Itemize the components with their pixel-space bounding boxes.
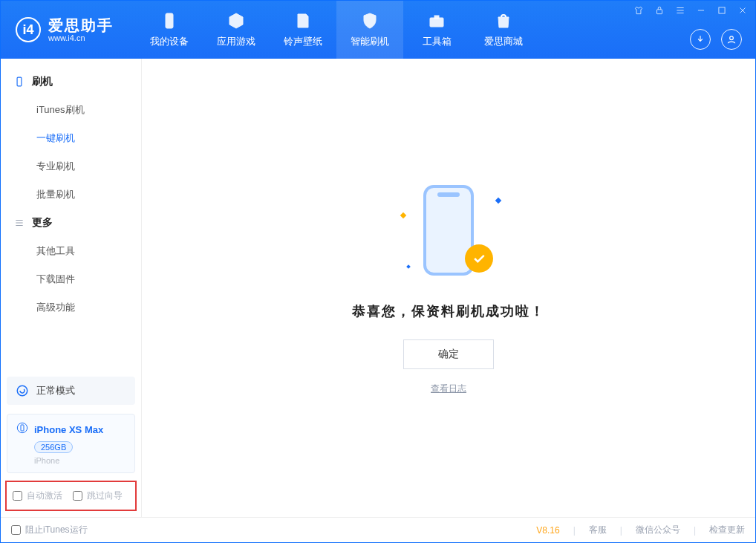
content-area: 刷机 iTunes刷机 一键刷机 专业刷机 批量刷机 更多 其他工具 下载固件 … [1, 59, 755, 517]
app-title-en: www.i4.cn [48, 33, 114, 42]
shirt-icon[interactable] [632, 4, 645, 17]
nav-flash[interactable]: 智能刷机 [336, 1, 403, 59]
nav-apps[interactable]: 应用游戏 [203, 1, 270, 59]
close-button[interactable] [736, 4, 749, 17]
nav-label: 工具箱 [423, 35, 452, 48]
device-name: iPhone XS Max [34, 424, 103, 435]
device-capacity-chip: 256GB [34, 441, 73, 453]
nav-my-device[interactable]: 我的设备 [136, 1, 203, 59]
shopping-bag-icon [494, 11, 513, 30]
status-link-wechat[interactable]: 微信公众号 [636, 524, 680, 536]
app-logo: i4 爱思助手 www.i4.cn [1, 1, 128, 59]
status-bar: 阻止iTunes运行 V8.16 | 客服 | 微信公众号 | 检查更新 [1, 517, 755, 542]
shield-refresh-icon [360, 11, 379, 30]
app-title-cn: 爱思助手 [48, 17, 114, 33]
sidebar-item-itunes-flash[interactable]: iTunes刷机 [1, 96, 141, 124]
sparkle-icon [406, 264, 411, 269]
checkbox-input[interactable] [11, 525, 21, 535]
svg-rect-9 [21, 425, 24, 431]
sidebar-item-oneclick-flash[interactable]: 一键刷机 [1, 124, 141, 152]
sidebar-item-advanced[interactable]: 高级功能 [1, 293, 141, 322]
sparkle-icon [400, 212, 406, 218]
svg-rect-3 [657, 10, 662, 14]
success-illustration [397, 181, 501, 284]
phone-circle-icon [16, 422, 28, 437]
version-label: V8.16 [536, 525, 559, 536]
success-headline: 恭喜您，保资料刷机成功啦！ [352, 302, 545, 320]
checkbox-input[interactable] [13, 491, 22, 501]
connected-device-card[interactable]: iPhone XS Max 256GB iPhone [7, 414, 135, 473]
account-button[interactable] [721, 29, 742, 50]
main-panel: 恭喜您，保资料刷机成功啦！ 确定 查看日志 [142, 59, 755, 517]
status-link-update[interactable]: 检查更新 [709, 524, 745, 536]
svg-point-7 [17, 386, 27, 396]
heading-label: 更多 [32, 216, 53, 230]
svg-rect-1 [430, 18, 443, 27]
nav-store[interactable]: 爱思商城 [470, 1, 537, 59]
checkbox-auto-activate[interactable]: 自动激活 [13, 490, 62, 502]
nav-label: 应用游戏 [217, 35, 255, 48]
checkbox-label: 自动激活 [27, 490, 62, 502]
sparkle-icon [495, 198, 501, 204]
refresh-circle-icon [16, 384, 29, 397]
titlebar: i4 爱思助手 www.i4.cn 我的设备 应用游戏 铃声壁纸 智能刷机 [1, 1, 755, 59]
sidebar-item-batch-flash[interactable]: 批量刷机 [1, 181, 141, 209]
svg-rect-4 [719, 7, 725, 13]
sidebar-item-pro-flash[interactable]: 专业刷机 [1, 152, 141, 181]
ok-button[interactable]: 确定 [403, 339, 494, 369]
music-file-icon [293, 11, 313, 30]
checkbox-stop-itunes[interactable]: 阻止iTunes运行 [11, 524, 88, 536]
nav-label: 我的设备 [150, 35, 189, 48]
toolbox-icon [427, 11, 446, 30]
download-button[interactable] [690, 29, 711, 50]
checkbox-input[interactable] [73, 491, 82, 501]
svg-rect-2 [434, 16, 439, 19]
sidebar-sections: 刷机 iTunes刷机 一键刷机 专业刷机 批量刷机 更多 其他工具 下载固件 … [1, 59, 141, 371]
sidebar: 刷机 iTunes刷机 一键刷机 专业刷机 批量刷机 更多 其他工具 下载固件 … [1, 59, 142, 517]
checkbox-label: 跳过向导 [87, 490, 123, 502]
svg-rect-0 [166, 13, 173, 28]
device-mode-card[interactable]: 正常模式 [7, 377, 135, 405]
lock-icon[interactable] [653, 4, 666, 17]
checkbox-label: 阻止iTunes运行 [25, 524, 88, 536]
sidebar-item-other-tools[interactable]: 其他工具 [1, 237, 141, 265]
header-actions [690, 29, 742, 50]
view-log-link[interactable]: 查看日志 [431, 383, 466, 395]
list-icon [14, 218, 25, 228]
menu-icon[interactable] [674, 4, 687, 17]
svg-point-5 [730, 36, 734, 40]
phone-outline-icon [14, 77, 25, 87]
svg-point-8 [17, 423, 27, 432]
app-window: i4 爱思助手 www.i4.cn 我的设备 应用游戏 铃声壁纸 智能刷机 [0, 0, 756, 543]
sidebar-item-download-firmware[interactable]: 下载固件 [1, 265, 141, 293]
checkbox-skip-guide[interactable]: 跳过向导 [73, 490, 123, 502]
main-nav: 我的设备 应用游戏 铃声壁纸 智能刷机 工具箱 爱思商城 [136, 1, 537, 59]
app-title: 爱思助手 www.i4.cn [48, 17, 114, 42]
maximize-button[interactable] [715, 4, 729, 17]
check-badge-icon [465, 244, 493, 273]
heading-label: 刷机 [32, 75, 53, 88]
device-icon [160, 11, 179, 30]
minimize-button[interactable] [694, 4, 708, 17]
sidebar-heading-flash: 刷机 [1, 68, 141, 96]
device-mode-label: 正常模式 [36, 384, 75, 397]
logo-badge-icon: i4 [16, 17, 41, 42]
status-link-support[interactable]: 客服 [589, 524, 607, 536]
flash-options-highlight: 自动激活 跳过向导 [5, 481, 137, 511]
nav-label: 智能刷机 [351, 35, 389, 48]
nav-label: 铃声壁纸 [284, 35, 322, 48]
device-type: iPhone [34, 456, 126, 465]
nav-toolbox[interactable]: 工具箱 [403, 1, 470, 59]
window-controls [632, 4, 749, 17]
svg-rect-6 [17, 77, 22, 86]
nav-label: 爱思商城 [484, 35, 523, 48]
sidebar-heading-more: 更多 [1, 209, 141, 237]
cube-icon [227, 11, 246, 30]
nav-ringtones[interactable]: 铃声壁纸 [270, 1, 336, 59]
